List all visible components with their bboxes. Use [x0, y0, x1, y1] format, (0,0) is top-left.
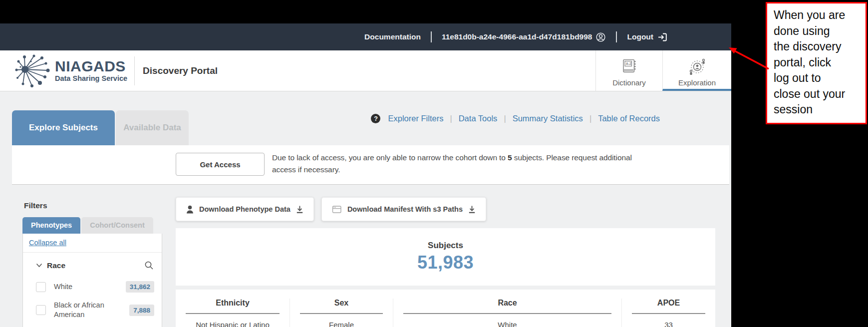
notice-subject-count: 5 [508, 153, 512, 162]
quicklinks: ? Explorer Filters | Data Tools | Summar… [371, 114, 660, 123]
logout-icon [657, 32, 667, 42]
column-race: Race White [393, 299, 621, 327]
column-sex: Sex Female [289, 299, 393, 327]
topnav-divider [616, 31, 617, 42]
dictionary-glyph: A-Z [625, 62, 631, 65]
account-icon [595, 32, 606, 42]
column-value: 33 [622, 321, 715, 327]
nav-dictionary-label: Dictionary [612, 78, 646, 87]
brand-name: NIAGADS [55, 59, 127, 74]
tab-available-data[interactable]: Available Data [116, 110, 189, 145]
subjects-label: Subjects [176, 241, 715, 251]
facet-race-header: Race [23, 253, 162, 270]
collapse-all-link[interactable]: Collapse all [29, 239, 66, 247]
dictionary-icon: A-Z [620, 57, 639, 76]
nav-exploration-label: Exploration [678, 78, 716, 87]
column-rule [186, 313, 280, 314]
checkbox-white[interactable] [36, 282, 46, 292]
page-content: Explore Subjects Available Data ? Explor… [0, 91, 731, 327]
column-header: Sex [290, 299, 393, 308]
discovery-portal-window: Documentation 11e81d0b-a24e-4966-aa1d-d4… [0, 23, 731, 327]
filter-tabs: Phenotypes Cohort/Consent [22, 217, 153, 234]
download-manifest-label: Download Manifest With s3 Paths [347, 205, 463, 213]
quicklink-separator: | [589, 114, 591, 123]
callout-arrow [723, 41, 771, 74]
download-phenotype-data-button[interactable]: Download Phenotype Data [176, 197, 314, 221]
header-nav: A-Z Dictionary [595, 50, 731, 91]
download-manifest-button[interactable]: Download Manifest With s3 Paths [321, 197, 486, 221]
manifest-file-icon [332, 205, 342, 214]
column-value: Female [290, 321, 393, 327]
download-icon [296, 205, 303, 214]
filter-option-white[interactable]: White 31,862 [23, 281, 162, 293]
quicklink-separator: | [450, 114, 452, 123]
quicklink-separator: | [504, 114, 506, 123]
help-icon[interactable]: ? [371, 114, 380, 123]
link-table-of-records[interactable]: Table of Records [598, 114, 660, 123]
column-value: Not Hispanic or Latino [176, 321, 289, 327]
chevron-down-icon[interactable] [36, 263, 42, 268]
filters-title: Filters [24, 201, 47, 210]
column-header: APOE [622, 299, 715, 308]
topnav-divider [431, 31, 432, 42]
top-navigation-bar: Documentation 11e81d0b-a24e-4966-aa1d-d4… [0, 23, 731, 50]
nav-exploration[interactable]: Exploration [662, 50, 731, 91]
column-rule [632, 313, 705, 314]
download-phenotype-label: Download Phenotype Data [199, 205, 290, 213]
link-data-tools[interactable]: Data Tools [459, 114, 498, 123]
portal-header: NIAGADS Data Sharing Service Discovery P… [0, 50, 731, 91]
exploration-icon [688, 57, 707, 76]
option-count-badge: 7,888 [129, 305, 154, 316]
nav-dictionary[interactable]: A-Z Dictionary [595, 50, 662, 91]
option-label: White [54, 282, 110, 292]
summary-table-card: Ethnicity Not Hispanic or Latino Sex Fem… [176, 290, 715, 327]
main-tabs: Explore Subjects Available Data [12, 110, 189, 145]
checkbox-black-or-african-american[interactable] [36, 305, 46, 315]
brand-text-block: NIAGADS Data Sharing Service [55, 59, 127, 82]
session-id-label: 11e81d0b-a24e-4966-aa1d-d47d181bd998 [442, 32, 592, 41]
person-icon [186, 205, 194, 214]
column-header: Race [393, 299, 621, 308]
download-buttons-row: Download Phenotype Data Download Manifes… [176, 197, 486, 221]
column-value: White [393, 321, 621, 327]
session-id-menu[interactable]: 11e81d0b-a24e-4966-aa1d-d47d181bd998 [442, 32, 606, 42]
column-rule [300, 313, 383, 314]
logout-button[interactable]: Logout [627, 32, 667, 42]
documentation-link[interactable]: Documentation [364, 32, 421, 41]
column-apoe: APOE 33 [621, 299, 715, 327]
subjects-count-value: 51,983 [176, 252, 715, 273]
tab-explore-subjects[interactable]: Explore Subjects [12, 110, 115, 145]
niagads-logo[interactable]: NIAGADS Data Sharing Service [13, 53, 127, 89]
filter-panel: Collapse all Race White 31,862 [22, 234, 162, 327]
access-notice-panel: Get Access Due to lack of access, you ar… [12, 145, 729, 185]
column-ethnicity: Ethnicity Not Hispanic or Latino [176, 299, 289, 327]
documentation-label: Documentation [364, 32, 421, 41]
link-explorer-filters[interactable]: Explorer Filters [388, 114, 443, 123]
filter-option-black-or-african-american[interactable]: Black or African American 7,888 [23, 301, 162, 320]
filter-tab-cohort-consent[interactable]: Cohort/Consent [81, 217, 153, 234]
logout-instruction-callout: When you are done using the discovery po… [766, 2, 867, 124]
facet-race-label: Race [47, 261, 65, 270]
option-count-badge: 31,862 [126, 281, 154, 293]
niagads-network-icon [13, 53, 53, 89]
column-rule [403, 313, 611, 314]
option-label: Black or African American [54, 301, 110, 320]
header-divider [134, 56, 135, 85]
download-icon [468, 205, 476, 214]
notice-text-pre: Due to lack of access, you are only able… [272, 153, 508, 162]
get-access-button[interactable]: Get Access [176, 153, 265, 176]
column-header: Ethnicity [176, 299, 289, 308]
logout-label: Logout [627, 32, 653, 41]
access-notice-text: Due to lack of access, you are only able… [272, 152, 646, 175]
brand-tagline: Data Sharing Service [55, 74, 127, 82]
link-summary-statistics[interactable]: Summary Statistics [513, 114, 583, 123]
search-icon[interactable] [144, 261, 154, 270]
page-title: Discovery Portal [143, 65, 218, 76]
filter-tab-phenotypes[interactable]: Phenotypes [22, 217, 80, 234]
subjects-count-card: Subjects 51,983 [176, 228, 715, 286]
